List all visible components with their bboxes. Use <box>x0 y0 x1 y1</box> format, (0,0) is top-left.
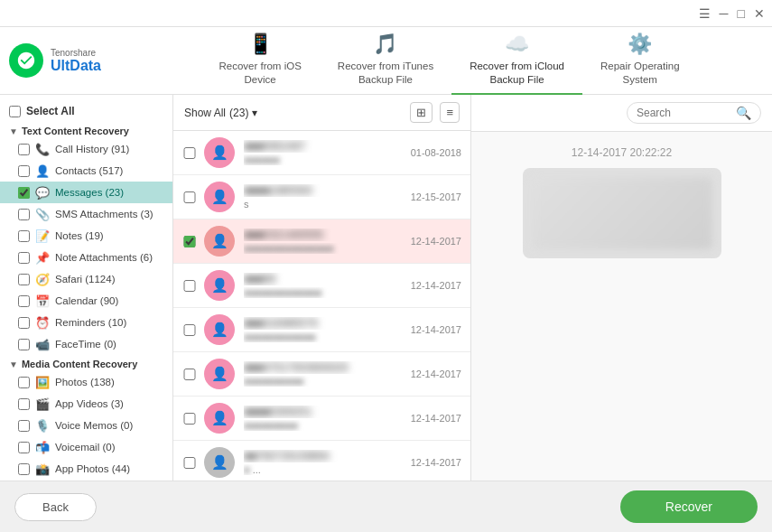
detail-toolbar: 🔍 <box>471 95 772 132</box>
section-text-arrow: ▼ <box>9 126 18 136</box>
item-4-name: ■■■99 <box>244 273 405 285</box>
minimize-button[interactable]: ─ <box>720 6 729 21</box>
item-8-checkbox[interactable] <box>182 457 197 469</box>
list-item[interactable]: 👤 ■■760729159894 ■ ... 12-14-2017 <box>173 441 470 481</box>
reminders-checkbox[interactable] <box>18 317 30 329</box>
item-8-info: ■■760729159894 ■ ... <box>244 450 405 475</box>
contacts-checkbox[interactable] <box>18 165 30 177</box>
sidebar-item-calendar[interactable]: 📅 Calendar (90) <box>0 290 172 312</box>
detail-content: 12-14-2017 20:22:22 <box>471 132 772 481</box>
window-controls[interactable]: ☰ ─ □ ✕ <box>699 6 765 21</box>
voice-memos-checkbox[interactable] <box>18 420 30 432</box>
list-view-button[interactable]: ≡ <box>440 102 460 123</box>
close-button[interactable]: ✕ <box>754 6 765 21</box>
item-6-info: ■■■47017003600029 ■■■■■■■■■■ <box>244 361 405 387</box>
search-box[interactable]: 🔍 <box>627 102 761 124</box>
calendar-icon: 📅 <box>35 294 50 308</box>
item-5-preview: ■■■■■■■■■■■■ <box>244 331 405 342</box>
item-2-info: ■■■■1985500 s <box>244 184 405 210</box>
app-photos-checkbox[interactable] <box>18 463 30 475</box>
section-media-title: ▼ Media Content Recovery <box>0 355 172 371</box>
recover-button[interactable]: Recover <box>620 490 758 523</box>
sidebar-item-safari[interactable]: 🧭 Safari (1124) <box>0 268 172 290</box>
sidebar-item-voice-memos[interactable]: 🎙️ Voice Memos (0) <box>0 415 172 436</box>
photos-checkbox[interactable] <box>18 377 30 388</box>
item-7-date: 12-14-2017 <box>411 413 461 424</box>
list-toolbar: Show All (23) ▾ ⊞ ≡ <box>173 95 470 131</box>
call-history-checkbox[interactable] <box>18 144 30 155</box>
tab-icloud[interactable]: ☁️ Recover from iCloudBackup File <box>451 25 582 97</box>
sidebar-item-notes[interactable]: 📝 Notes (19) <box>0 225 172 247</box>
item-6-checkbox[interactable] <box>182 369 197 380</box>
tab-repair[interactable]: ⚙️ Repair OperatingSystem <box>582 25 698 97</box>
safari-checkbox[interactable] <box>18 274 30 285</box>
back-button[interactable]: Back <box>14 493 97 521</box>
list-item[interactable]: 👤 ■■■5952497 ■■■■■■ 01-08-2018 <box>173 131 470 175</box>
item-3-checkbox[interactable] <box>182 236 197 247</box>
grid-view-button[interactable]: ⊞ <box>410 102 433 123</box>
voice-memos-icon: 🎙️ <box>35 418 50 433</box>
sidebar-item-facetime[interactable]: 📹 FaceTime (0) <box>0 333 172 355</box>
sidebar-item-app-videos[interactable]: 🎬 App Videos (3) <box>0 393 172 415</box>
item-6-date: 12-14-2017 <box>411 369 461 379</box>
show-all-button[interactable]: Show All (23) ▾ <box>184 107 257 119</box>
sidebar-item-call-history[interactable]: 📞 Call History (91) <box>0 138 172 160</box>
restore-button[interactable]: □ <box>738 6 745 21</box>
notes-checkbox[interactable] <box>18 230 30 242</box>
note-attachments-checkbox[interactable] <box>18 252 30 264</box>
detail-panel: 🔍 12-14-2017 20:22:22 <box>471 95 772 481</box>
list-item[interactable]: 👤 ■■■0321400555 ■■■■■■■■■■■■■■■ 12-14-20… <box>173 219 470 264</box>
list-item[interactable]: 👤 ■■■■0309251 ■■■■■■■■■ 12-14-2017 <box>173 397 470 441</box>
app-videos-checkbox[interactable] <box>18 398 30 410</box>
calendar-checkbox[interactable] <box>18 295 30 307</box>
bottom-bar: Back Recover <box>0 481 772 532</box>
sidebar-item-app-photos[interactable]: 📸 App Photos (44) <box>0 458 172 480</box>
messages-checkbox[interactable] <box>18 187 30 199</box>
select-all-label: Select All <box>26 105 75 117</box>
list-item[interactable]: 👤 ■■■■1985500 s 12-15-2017 <box>173 175 470 219</box>
item-6-avatar: 👤 <box>204 359 235 389</box>
contacts-icon: 👤 <box>35 163 50 178</box>
search-input[interactable] <box>637 107 736 119</box>
select-all-row[interactable]: Select All <box>0 100 172 122</box>
nav-tabs: 📱 Recover from iOSDevice 🎵 Recover from … <box>135 25 763 97</box>
tab-itunes[interactable]: 🎵 Recover from iTunesBackup File <box>320 25 451 97</box>
item-5-name: ■■■316985576 <box>244 317 405 330</box>
voicemail-checkbox[interactable] <box>18 442 30 453</box>
item-5-date: 12-14-2017 <box>411 324 461 335</box>
chevron-down-icon: ▾ <box>252 107 257 119</box>
search-icon: 🔍 <box>736 106 751 120</box>
sidebar-item-photos[interactable]: 🖼️ Photos (138) <box>0 371 172 393</box>
select-all-checkbox[interactable] <box>9 106 21 117</box>
sidebar-item-voicemail[interactable]: 📬 Voicemail (0) <box>0 436 172 458</box>
voicemail-icon: 📬 <box>35 440 50 454</box>
sidebar-item-contacts[interactable]: 👤 Contacts (517) <box>0 160 172 182</box>
detail-bubble <box>523 168 721 258</box>
detail-timestamp: 12-14-2017 20:22:22 <box>572 146 672 159</box>
sidebar-item-reminders[interactable]: ⏰ Reminders (10) <box>0 312 172 333</box>
tab-ios[interactable]: 📱 Recover from iOSDevice <box>200 25 319 97</box>
item-1-checkbox[interactable] <box>182 147 197 159</box>
toolbar-icons: ⊞ ≡ <box>410 102 460 123</box>
menu-icon[interactable]: ☰ <box>699 6 711 21</box>
facetime-checkbox[interactable] <box>18 339 30 350</box>
item-3-info: ■■■0321400555 ■■■■■■■■■■■■■■■ <box>244 229 405 254</box>
sms-attachments-icon: 📎 <box>35 207 50 221</box>
item-7-checkbox[interactable] <box>182 413 197 425</box>
item-2-checkbox[interactable] <box>182 191 197 203</box>
safari-icon: 🧭 <box>35 272 50 286</box>
list-item[interactable]: 👤 ■■■99 ■■■■■■■■■■■■■ 12-14-2017 <box>173 264 470 308</box>
list-item[interactable]: 👤 ■■■316985576 ■■■■■■■■■■■■ 12-14-2017 <box>173 308 470 352</box>
sidebar-item-note-attachments[interactable]: 📌 Note Attachments (6) <box>0 247 172 268</box>
list-item[interactable]: 👤 ■■■47017003600029 ■■■■■■■■■■ 12-14-201… <box>173 352 470 397</box>
item-5-checkbox[interactable] <box>182 324 197 336</box>
brand-name: Tenorshare <box>51 48 101 58</box>
sms-attachments-checkbox[interactable] <box>18 209 30 220</box>
item-4-checkbox[interactable] <box>182 280 197 292</box>
reminders-icon: ⏰ <box>35 315 50 330</box>
section-text-title: ▼ Text Content Recovery <box>0 122 172 138</box>
sidebar-item-messages[interactable]: 💬 Messages (23) <box>0 182 172 203</box>
sidebar-item-sms-attachments[interactable]: 📎 SMS Attachments (3) <box>0 203 172 225</box>
photos-icon: 🖼️ <box>35 375 50 389</box>
item-1-name: ■■■5952497 <box>244 140 405 153</box>
